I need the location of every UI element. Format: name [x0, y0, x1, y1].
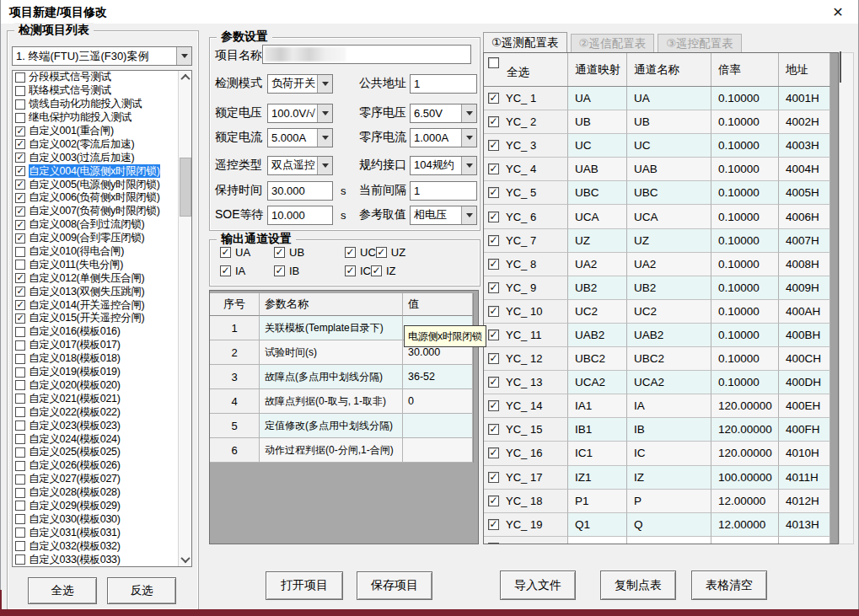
param-name-cell[interactable]: 定值修改(多点用中划线分隔): [260, 414, 403, 438]
ratio-cell[interactable]: 0.10000: [711, 181, 779, 205]
item-checkbox[interactable]: [15, 72, 25, 83]
list-item[interactable]: 自定义033(模板033): [13, 553, 179, 566]
address-cell[interactable]: 400EH: [779, 394, 830, 418]
item-checkbox[interactable]: [15, 447, 25, 458]
channel-name-cell[interactable]: Q: [627, 513, 711, 537]
param-name-cell[interactable]: 关联模板(Template目录下): [260, 316, 403, 340]
checkbox[interactable]: [376, 247, 387, 258]
ratio-cell[interactable]: 0.10000: [711, 134, 779, 158]
channel-name-cell[interactable]: UAB2: [627, 324, 711, 347]
table-row[interactable]: YC_ 2 UB UB 0.10000 4002H: [484, 110, 838, 134]
checkbox[interactable]: [274, 247, 285, 258]
list-item[interactable]: 自定义011(失电分闸): [13, 258, 179, 271]
chevron-down-icon[interactable]: [176, 47, 191, 65]
list-item[interactable]: 自定义018(模板018): [13, 352, 179, 366]
address-cell[interactable]: 4012H: [779, 490, 830, 513]
address-cell[interactable]: 4002H: [779, 110, 830, 134]
list-scrollbar[interactable]: [178, 71, 191, 566]
list-item[interactable]: 自定义032(模板032): [13, 539, 179, 553]
tab[interactable]: ①遥测配置表: [483, 32, 567, 53]
table-row[interactable]: YC_ 17 IZ1 IZ 100.00000 4011H: [484, 466, 838, 490]
channel-checkbox-item[interactable]: IA: [220, 265, 274, 277]
scroll-up-icon[interactable]: [840, 53, 853, 68]
param-name-cell[interactable]: 试验时间(s): [260, 340, 403, 365]
ratio-cell[interactable]: 12.00000: [711, 513, 779, 537]
channel-checkbox-item[interactable]: IC: [345, 265, 371, 277]
ratio-cell[interactable]: 0.10000: [711, 347, 779, 371]
item-checkbox[interactable]: [15, 501, 25, 511]
address-cell[interactable]: 4008H: [779, 253, 830, 276]
list-item[interactable]: 自定义031(模板031): [13, 526, 179, 539]
ratio-cell[interactable]: 100.00000: [711, 466, 779, 490]
list-item[interactable]: 继电保护功能投入测试: [13, 111, 179, 125]
address-cell[interactable]: 4013H: [779, 513, 830, 537]
channel-name-cell[interactable]: IZ: [627, 466, 711, 490]
row-checkbox[interactable]: [488, 116, 499, 127]
select-all-button[interactable]: 全选: [28, 577, 97, 604]
table-row[interactable]: YC_ 3 UC UC 0.10000 4003H: [484, 134, 838, 158]
channel-name-cell[interactable]: UB: [627, 110, 711, 134]
list-item[interactable]: 自定义016(模板016): [13, 325, 179, 339]
table-row[interactable]: YC_ 19 Q1 Q 12.00000 4013H: [484, 513, 838, 537]
field-control[interactable]: 双点遥控: [267, 156, 333, 175]
row-checkbox[interactable]: [488, 447, 499, 458]
table-scrollbar[interactable]: [839, 52, 854, 544]
list-item[interactable]: 分段模式信号测试: [13, 71, 179, 84]
address-cell[interactable]: 4006H: [779, 205, 830, 228]
field-control[interactable]: 5.000A: [267, 128, 333, 147]
address-cell[interactable]: 4001H: [779, 87, 830, 110]
row-checkbox[interactable]: [488, 519, 499, 530]
chevron-down-icon[interactable]: [317, 129, 332, 147]
channel-name-cell[interactable]: UBC: [627, 181, 711, 205]
row-checkbox[interactable]: [488, 259, 499, 270]
ratio-cell[interactable]: 0.10000: [711, 276, 779, 300]
list-item[interactable]: 馈线自动化功能投入测试: [13, 98, 179, 111]
item-checkbox[interactable]: [15, 461, 25, 471]
channel-name-cell[interactable]: P: [627, 490, 711, 513]
table-row[interactable]: YC_ 5 UBC UBC 0.10000 4005H: [484, 181, 838, 205]
channel-checkbox-item[interactable]: UB: [274, 246, 345, 259]
row-checkbox[interactable]: [488, 472, 499, 483]
item-checkbox[interactable]: [15, 488, 25, 498]
table-row[interactable]: YC_ 10 UC2 UC2 0.10000 400AH: [484, 300, 838, 324]
table-row[interactable]: YC_ 11 UAB2 UAB2 0.10000 400BH: [484, 324, 838, 347]
row-checkbox[interactable]: [488, 235, 499, 246]
row-checkbox[interactable]: [488, 543, 499, 544]
channel-map-cell[interactable]: IA1: [568, 394, 627, 418]
item-checkbox[interactable]: [15, 193, 25, 203]
list-item[interactable]: 自定义015(开关遥控分闸): [13, 312, 179, 325]
item-checkbox[interactable]: [15, 287, 25, 297]
channel-map-cell[interactable]: UAB2: [568, 324, 627, 347]
list-item[interactable]: 自定义004(电源侧x时限闭锁): [13, 164, 179, 178]
channel-name-cell[interactable]: UA2: [627, 253, 711, 276]
row-checkbox[interactable]: [488, 212, 499, 222]
list-item[interactable]: 自定义008(合到过流闭锁): [13, 218, 179, 232]
item-checkbox[interactable]: [15, 434, 25, 444]
ratio-cell[interactable]: 120.00000: [711, 394, 779, 418]
channel-map-cell[interactable]: UC: [568, 134, 627, 158]
channel-name-cell[interactable]: UAB: [627, 158, 711, 181]
list-item[interactable]: 自定义022(模板022): [13, 405, 179, 419]
item-checkbox[interactable]: [15, 554, 25, 565]
row-checkbox[interactable]: [488, 282, 499, 293]
checkbox[interactable]: [345, 247, 356, 258]
list-item[interactable]: 自定义027(模板027): [13, 473, 179, 486]
channel-name-cell[interactable]: IB: [627, 418, 711, 442]
item-checkbox[interactable]: [15, 474, 25, 485]
row-checkbox[interactable]: [488, 424, 499, 435]
item-checkbox[interactable]: [15, 86, 25, 96]
address-cell[interactable]: 4007H: [779, 229, 830, 253]
item-checkbox[interactable]: [15, 206, 25, 217]
table-row[interactable]: YC_ 1 UA UA 0.10000 4001H: [484, 87, 838, 110]
invert-selection-button[interactable]: 反选: [107, 577, 176, 604]
item-checkbox[interactable]: [15, 220, 25, 230]
channel-map-cell[interactable]: UA2: [568, 253, 627, 276]
list-item[interactable]: 自定义017(模板017): [13, 339, 179, 352]
channel-checkbox-item[interactable]: UZ: [376, 246, 405, 259]
tab[interactable]: ②遥信配置表: [571, 34, 655, 53]
address-cell[interactable]: 4005H: [779, 181, 830, 205]
field-control[interactable]: 30.000: [267, 181, 333, 201]
field-control[interactable]: 10.000: [267, 206, 333, 225]
list-item[interactable]: 自定义026(模板026): [13, 459, 179, 473]
channel-map-cell[interactable]: UCA: [568, 205, 627, 228]
